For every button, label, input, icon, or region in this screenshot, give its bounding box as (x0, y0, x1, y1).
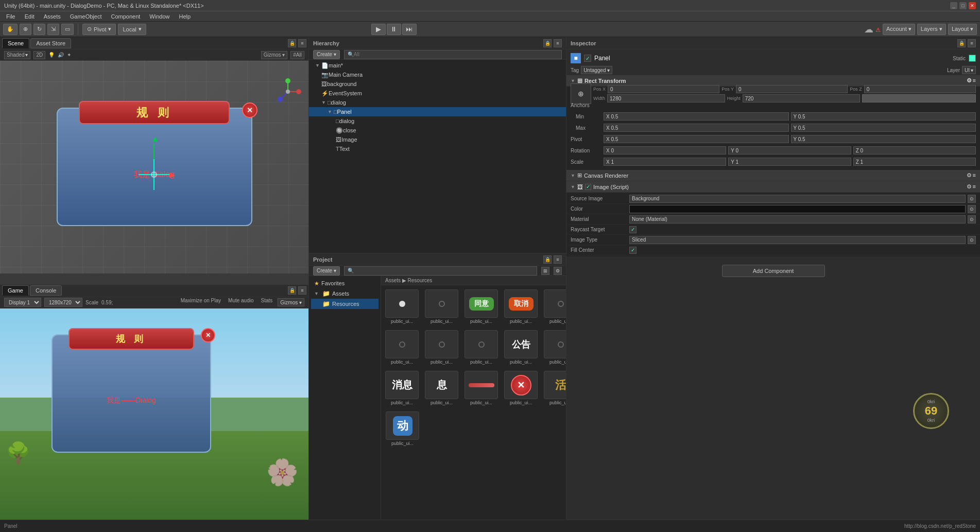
asset-dong[interactable]: 动 public_ui... (383, 409, 422, 448)
rt-more-icon[interactable]: ≡ (973, 77, 976, 84)
maximize-on-play-btn[interactable]: Maximize on Play (179, 298, 223, 307)
anchors-min-x[interactable]: X 0.5 (604, 112, 789, 121)
game-gizmos-dropdown[interactable]: Gizmos ▾ (278, 298, 304, 306)
menu-gameobject[interactable]: GameObject (66, 12, 106, 21)
game-lock-btn[interactable]: 🔒 (288, 286, 296, 295)
image-active-checkbox[interactable]: ✓ (585, 184, 591, 190)
material-value[interactable]: None (Material) (629, 215, 966, 224)
layout-button[interactable]: Layout ▾ (948, 24, 977, 35)
sidebar-favorites[interactable]: ★ Favorites (311, 278, 379, 288)
tab-game[interactable]: Game (2, 285, 29, 296)
scene-view[interactable]: ✕ 规 则 ▲ ▶ (0, 61, 308, 285)
minimize-button[interactable]: _ (950, 2, 957, 9)
asset-red-line[interactable]: public_ui... (462, 369, 500, 407)
pivot-y-field[interactable]: Y 0.5 (791, 135, 976, 143)
layers-button[interactable]: Layers ▾ (917, 24, 946, 35)
maximize-button[interactable]: □ (959, 2, 967, 9)
mute-audio-btn[interactable]: Mute audio (226, 298, 255, 307)
hierarchy-item-dialog2[interactable]: □ dialog (309, 116, 566, 126)
asset-huo[interactable]: 活 public_ui... (542, 369, 566, 407)
pause-button[interactable]: ⏸ (387, 24, 401, 35)
height-slider[interactable] (862, 94, 976, 102)
raycast-checkbox[interactable]: ✓ (629, 226, 637, 233)
menu-file[interactable]: File (2, 12, 20, 21)
scene-more-btn[interactable]: ≡ (298, 39, 306, 47)
rt-settings-icon[interactable]: ⚙ (967, 77, 972, 84)
local-dropdown[interactable]: Local ▾ (118, 24, 146, 35)
is-settings-icon[interactable]: ⚙ (967, 183, 972, 190)
hand-tool[interactable]: ✋ (3, 24, 18, 35)
menu-component[interactable]: Component (107, 12, 144, 21)
image-script-section[interactable]: ▼ 🖼 ✓ Image (Script) ⚙ ≡ (566, 181, 980, 193)
layer-dropdown[interactable]: UI▾ (962, 66, 976, 74)
asset-dot3[interactable]: public_ui... (542, 287, 566, 326)
gizmos-dropdown[interactable]: Gizmos ▾ (261, 51, 288, 59)
2d-button[interactable]: 2D (33, 51, 45, 59)
tab-scene[interactable]: Scene (2, 38, 29, 48)
rot-y-field[interactable]: Y 0 (728, 146, 851, 155)
scale-tool[interactable]: ⇲ (47, 24, 59, 35)
image-type-picker[interactable]: ⊙ (968, 236, 976, 244)
menu-window[interactable]: Window (145, 12, 174, 21)
menu-help[interactable]: Help (175, 12, 195, 21)
hierarchy-lock-btn[interactable]: 🔒 (543, 39, 552, 47)
asset-msg2[interactable]: 息 public_ui... (423, 369, 460, 407)
color-value[interactable] (629, 205, 966, 213)
pos-x-field[interactable]: 0 (608, 85, 719, 93)
menu-assets[interactable]: Assets (40, 12, 65, 21)
scene-dialog-close[interactable]: ✕ (242, 102, 257, 118)
tag-dropdown[interactable]: Untagged▾ (581, 66, 612, 74)
project-icon-view-btn[interactable]: ⊞ (541, 267, 549, 275)
asset-msg[interactable]: 消息 public_ui... (383, 369, 421, 407)
obj-color-swatch[interactable]: ■ (571, 53, 581, 63)
canvas-renderer-section[interactable]: ▼ ⊞ Canvas Renderer ⚙ ≡ (566, 170, 980, 181)
width-field[interactable]: 1280 (607, 94, 725, 102)
sidebar-resources[interactable]: 📁 Resources (311, 299, 379, 309)
inspector-more-btn[interactable]: ≡ (968, 39, 976, 47)
asset-notice[interactable]: 公告 public_ui... (502, 328, 540, 367)
asset-red-x[interactable]: ✕ public_ui... (502, 369, 540, 407)
asset-dot1[interactable]: public_ui... (383, 287, 421, 326)
source-image-picker[interactable]: ⊙ (968, 195, 976, 203)
pivot-dropdown[interactable]: ⊙ Pivot ▾ (82, 24, 116, 35)
pivot-x-field[interactable]: X 0.5 (604, 135, 789, 143)
scale-y-field[interactable]: Y 1 (728, 158, 851, 166)
hierarchy-item-text[interactable]: T Text (309, 144, 566, 153)
play-button[interactable]: ▶ (371, 24, 386, 35)
asset-dot2[interactable]: public_ui... (423, 287, 460, 326)
project-search[interactable] (344, 266, 537, 276)
sidebar-assets[interactable]: ▼ 📁 Assets (311, 288, 379, 299)
game-dialog-close[interactable]: ✕ (201, 328, 215, 342)
close-button[interactable]: ✕ (969, 2, 976, 9)
asset-dot8[interactable]: public_ui... (542, 328, 566, 367)
shaded-dropdown[interactable]: Shaded▾ (4, 51, 30, 59)
hierarchy-more-btn[interactable]: ≡ (554, 39, 562, 47)
add-component-button[interactable]: Add Component (722, 265, 825, 277)
inspector-lock-btn[interactable]: 🔒 (957, 39, 966, 47)
scale-z-field[interactable]: Z 1 (853, 158, 976, 166)
project-settings-btn[interactable]: ⚙ (554, 267, 562, 275)
resolution-select[interactable]: 1280x720 (44, 298, 82, 307)
hierarchy-search[interactable] (344, 50, 562, 59)
rotate-tool[interactable]: ↻ (33, 24, 45, 35)
anchors-max-y[interactable]: Y 0.5 (791, 124, 976, 132)
pos-y-field[interactable]: 0 (736, 85, 848, 93)
project-more-btn[interactable]: ≡ (554, 255, 562, 264)
move-tool[interactable]: ⊕ (20, 24, 31, 35)
hierarchy-item-main[interactable]: ▼ 📄 main* (309, 61, 566, 70)
asset-dot6[interactable]: public_ui... (423, 328, 460, 367)
cr-settings-icon[interactable]: ⚙ (967, 172, 972, 179)
is-more-icon[interactable]: ≡ (973, 183, 976, 190)
hierarchy-item-panel[interactable]: ▼ □ Panel (309, 107, 566, 116)
tab-console[interactable]: Console (30, 285, 62, 296)
pos-z-field[interactable]: 0 (864, 85, 976, 93)
hierarchy-create-btn[interactable]: Create ▾ (313, 50, 340, 59)
anchors-max-x[interactable]: X 0.5 (604, 124, 789, 132)
asset-agree[interactable]: 同意 public_ui... (462, 287, 500, 326)
rot-z-field[interactable]: Z 0 (853, 146, 976, 155)
hierarchy-item-maincamera[interactable]: 📷 Main Camera (309, 70, 566, 79)
account-button[interactable]: Account ▾ (883, 24, 915, 35)
scene-lock-btn[interactable]: 🔒 (288, 39, 296, 47)
game-more-btn[interactable]: ≡ (298, 286, 306, 295)
project-lock-btn[interactable]: 🔒 (543, 255, 552, 264)
